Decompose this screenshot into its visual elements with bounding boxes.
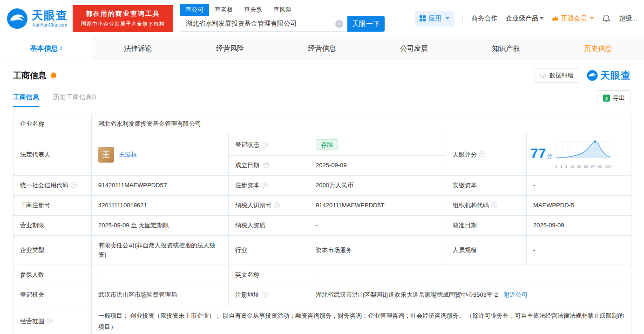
table-row: 登记机关 武汉市洪山区市场监督管理局 注册地址? 湖北省武汉市洪山区梨园街道欢乐… [14,285,631,305]
tianyancha-logo-icon [587,70,598,81]
reg-status-value: 存续 [309,134,446,156]
reg-capital-value: 2000万人民币 [309,176,446,196]
english-name-label: 英文名称 [229,265,309,285]
tab-basic-info-badge: 4 [59,46,62,51]
score-trend-chart: 01 315 5085 9799 100 [555,138,612,171]
vip-crown-icon [552,16,559,21]
search-tab-boss[interactable]: 查老板 [209,4,238,16]
industry-value: 资本市场服务 [309,236,446,265]
reg-status-label: 登记状态? [229,134,309,156]
edit-document-icon [540,72,547,79]
open-vip-menu[interactable]: 开通会员 [552,14,594,23]
score-label: 天眼评分? [446,134,527,176]
menu-divider [462,15,463,22]
search-input[interactable] [180,16,347,31]
business-term-value: 2025-09-09 至 无固定期限 [92,216,229,236]
top-menu: 应用 商务合作 企业级产品 开通会员 超级... [415,11,637,27]
apps-menu-button[interactable]: 应用 [415,11,454,27]
insured-count-label: 参保人数 [14,265,92,285]
export-button[interactable]: x 导出 [597,90,631,105]
content: 工商信息 数据纠错 天眼查 工商信息 [0,68,644,334]
company-name-label: 企业名称 [14,114,92,134]
subscribe-bell-icon[interactable] [50,72,57,79]
apps-grid-icon [420,15,426,21]
tab-operation-info[interactable]: 经营信息 [276,37,368,60]
slogan-line1: 都在用的商业查询工具 [86,10,160,18]
help-icon[interactable]: ? [262,182,268,188]
table-row: 营业期限 2025-09-09 至 无固定期限 纳税人资质 - 核准日期 202… [14,216,631,236]
address-label: 注册地址? [229,285,309,305]
brand-watermark: 天眼查 [587,69,631,82]
help-icon[interactable]: ? [47,318,53,324]
search-box: × 天眼一下 [180,16,385,32]
enterprise-products-menu[interactable]: 企业级产品 [506,14,543,23]
data-correction-button[interactable]: 数据纠错 [535,68,579,83]
help-icon[interactable]: ? [491,202,497,208]
clear-search-icon[interactable]: × [335,20,343,28]
table-row: 经营范围? 一般项目： 创业投资（限投资未上市企业）； 以自有资金从事投资活动；… [14,305,631,334]
credit-code-label: 统一社会信用代码? [14,176,92,196]
help-icon[interactable]: ? [262,142,268,148]
table-row: 统一社会信用代码? 91420111MAEWPPDD5T 注册资本? 2000万… [14,176,631,196]
help-icon[interactable]: ? [262,292,268,298]
legal-rep-link[interactable]: 王溢桓 [119,150,137,159]
calendar-icon[interactable] [264,162,269,168]
help-icon[interactable]: ? [274,202,280,208]
score-value: 77 分 [527,134,631,176]
tab-legal-litigation[interactable]: 法律诉讼 [92,37,184,60]
score-chart-axis: 01 315 5085 9799 100 [555,162,611,171]
insured-count-value: - [92,265,229,285]
open-vip-label: 开通会员 [561,14,587,23]
industry-label: 行业 [229,236,309,265]
paid-capital-value: - [527,176,631,196]
chevron-down-icon [590,17,594,20]
company-type-label: 企业类型 [14,236,92,265]
score-unit: 分 [547,151,552,161]
tab-operation-risk[interactable]: 经营风险 [184,37,276,60]
reg-number-value: 420111110019621 [92,196,229,216]
subtab-business-info[interactable]: 工商信息 [13,93,39,107]
help-icon[interactable]: ? [71,182,77,188]
tab-basic-info[interactable]: 基本信息4 [0,37,92,60]
address-value: 湖北省武汉市洪山区梨园街道欢乐大道岳家嘴德成国贸中心3503室-2 附近公司 [309,285,631,305]
credit-code-value: 91420111MAEWPPDD5T [92,176,229,196]
english-name-value: - [309,265,631,285]
nearby-companies-link[interactable]: 附近公司 [503,291,528,298]
score-curve [555,138,611,159]
taxpayer-id-label: 纳税人识别号? [229,196,309,216]
subtab-history-business-info[interactable]: 历史工商信息0 [53,93,96,107]
org-code-label: 组织机构代码? [446,196,527,216]
logo-title: 天眼查 [32,9,68,21]
table-row: 法定代表人 王 王溢桓 登记状态? 存续 天眼评分? [14,134,631,156]
excel-icon: x [603,95,610,102]
chevron-down-icon [540,17,543,20]
table-row: 参保人数 - 英文名称 - [14,265,631,285]
tianyancha-logo[interactable]: 天眼查 TianYanCha.com [7,8,68,29]
tab-company-development[interactable]: 公司发展 [368,37,460,60]
slogan-banner: 都在用的商业查询工具 国家中小企业发展子基金旗下机构 [73,5,173,32]
search-button[interactable]: 天眼一下 [347,16,385,32]
approval-date-value: 2025-09-09 [527,216,631,236]
help-icon[interactable]: ? [479,151,485,157]
table-row: 工商注册号 420111110019621 纳税人识别号? 91420111MA… [14,196,631,216]
section-title: 工商信息 [13,70,57,81]
super-vip-link[interactable]: 超级... [619,14,637,23]
slogan-line2: 国家中小企业发展子基金旗下机构 [81,20,165,27]
top-bar: 天眼查 TianYanCha.com 都在用的商业查询工具 国家中小企业发展子基… [0,0,644,37]
notification-bell-icon[interactable] [602,14,610,23]
reg-capital-label: 注册资本? [229,176,309,196]
business-term-label: 营业期限 [14,216,92,236]
legal-rep-avatar[interactable]: 王 [98,147,114,163]
tab-intellectual-property[interactable]: 知识产权 [460,37,552,60]
tab-history-info[interactable]: 历史信息 [552,37,644,60]
search-tab-company[interactable]: 查公司 [180,4,209,16]
logo-subtitle: TianYanCha.com [32,22,68,27]
search-tab-risk[interactable]: 查风险 [268,4,297,16]
search-tab-relation[interactable]: 查关系 [238,4,268,16]
approval-date-label: 核准日期 [446,216,527,236]
business-cooperation-link[interactable]: 商务合作 [471,14,497,23]
legal-rep-value: 王 王溢桓 [92,134,229,176]
score-number: 77 [530,149,546,158]
legal-rep-label: 法定代表人 [14,134,92,176]
reg-authority-value: 武汉市洪山区市场监督管理局 [92,285,229,305]
